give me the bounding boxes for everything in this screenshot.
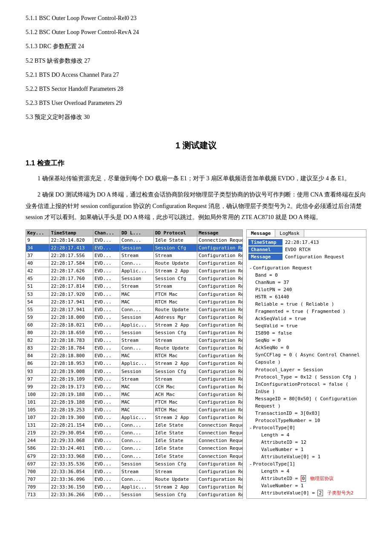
table-cell-1: 22:28:19.173 <box>49 383 93 390</box>
table-cell-5: Configuration Request <box>197 321 243 329</box>
tree-line: InConfigurationProtocol = false ( InUse … <box>249 381 363 395</box>
table-cell-5: Configuration Request <box>197 491 243 498</box>
col-header-key: Key... <box>26 229 49 236</box>
table-cell-0: 83 <box>26 344 49 352</box>
table-row[interactable]: 10122:28:19.188EVD...MACFTCH MacConfigur… <box>26 398 243 406</box>
tree-line: IS890 = false <box>249 330 363 337</box>
tab-message[interactable]: Message <box>247 230 275 237</box>
table-row[interactable]: 4222:28:17.626EVD...Applic...Stream 2 Ap… <box>26 267 243 275</box>
highlight-span: 2 <box>317 490 323 496</box>
table-row[interactable]: 4522:28:17.760EVD...SessionSession CfgCo… <box>26 275 243 283</box>
tree-expand-icon[interactable]: - <box>249 425 252 431</box>
toc-item-5: 5.2.1 BTS DO Access Channel Para 27 <box>26 69 366 80</box>
table-row[interactable]: 70022:33:36.054EVD...StreamStreamConfigu… <box>26 468 243 475</box>
table-row[interactable]: 69722:33:35.536EVD...SessionSession CfgC… <box>26 460 243 468</box>
table-cell-3: Applic... <box>120 360 154 367</box>
table-row[interactable]: 71322:33:36.266EVD...SessionSession CfgC… <box>26 491 243 498</box>
table-row[interactable]: 13122:28:21.154EVD...Conn...Idle StateCo… <box>26 422 243 429</box>
table-row[interactable]: 70722:33:36.096EVD...Conn...Route Update… <box>26 475 243 483</box>
table-row[interactable]: 21922:29:30.054EVD...Conn...Idle StateCo… <box>26 429 243 437</box>
table-cell-3: Conn... <box>120 422 154 429</box>
table-row[interactable]: 58622:33:24.401EVD...Conn...Idle StateCo… <box>26 445 243 452</box>
table-row[interactable]: 10022:28:19.188EVD...MACACH MacConfigura… <box>26 390 243 398</box>
table-cell-2: EVD... <box>93 352 120 360</box>
table-row[interactable]: 5522:28:17.941EVD...Conn...Route UpdateC… <box>26 306 243 313</box>
table-row[interactable]: 5422:28:17.941EVD...MACRTCH MacConfigura… <box>26 298 243 306</box>
channel-value: EVDO RTCH <box>282 246 313 253</box>
table-row[interactable]: 5122:28:17.814EVD...StreamStreamConfigur… <box>26 283 243 290</box>
tree-expand-icon[interactable]: - <box>249 461 252 467</box>
info-row-message: Message Configuration Request <box>248 254 364 260</box>
col-header-message: Message <box>197 229 243 236</box>
table-row[interactable]: 67922:33:33.968EVD...Conn...Idle StateCo… <box>26 452 243 460</box>
table-cell-0: 697 <box>26 460 49 468</box>
table-cell-3: Stream <box>120 337 154 344</box>
table-row[interactable]: 8622:28:18.953EVD...Applic...Stream 2 Ap… <box>26 360 243 367</box>
table-cell-3: Conn... <box>120 306 154 313</box>
table-cell-0: 100 <box>26 390 49 398</box>
table-row[interactable]: 8422:28:18.800EVD...MACRTCH MacConfigura… <box>26 352 243 360</box>
table-row[interactable]: 8322:28:18.784EVD...Conn...Route UpdateC… <box>26 344 243 352</box>
table-cell-3: Conn... <box>120 429 154 437</box>
table-row[interactable]: 8022:28:18.650EVD...SessionSession CfgCo… <box>26 329 243 337</box>
table-cell-4: Stream 2 App <box>153 414 197 422</box>
table-cell-5: Connection Request <box>197 437 243 445</box>
table-row[interactable]: 5922:28:18.000EVD...SessionAddress MgrCo… <box>26 313 243 321</box>
table-cell-0: 713 <box>26 491 49 498</box>
table-cell-5: Configuration Request <box>197 360 243 367</box>
table-row[interactable]: 3722:28:17.556EVD...StreamStreamConfigur… <box>26 252 243 260</box>
table-cell-0: 53 <box>26 290 49 298</box>
table-row[interactable]: 9922:28:19.173EVD...MACCCH MacConfigurat… <box>26 383 243 390</box>
table-cell-3: MAC <box>120 298 154 306</box>
table-cell-3: Conn... <box>120 452 154 460</box>
table-row[interactable]: 922:28:14.820EVD...Conn...Idle StateConn… <box>26 236 243 244</box>
table-cell-5: Configuration Request <box>197 306 243 313</box>
table-cell-4: Route Update <box>153 306 197 313</box>
table-cell-1: 22:28:17.814 <box>49 283 93 290</box>
table-row[interactable]: 10722:28:19.300EVD...Applic...Stream 2 A… <box>26 414 243 422</box>
table-cell-3: Conn... <box>120 260 154 267</box>
table-cell-5: Configuration Request <box>197 367 243 375</box>
table-cell-2: EVD... <box>93 390 120 398</box>
table-cell-4: Stream <box>153 337 197 344</box>
table-cell-1: 22:29:30.054 <box>49 429 93 437</box>
tab-logmask[interactable]: LogMask <box>275 230 304 237</box>
table-row[interactable]: 9722:28:19.109EVD...StreamStreamConfigur… <box>26 375 243 383</box>
table-row[interactable]: 8222:28:18.783EVD...StreamStreamConfigur… <box>26 337 243 344</box>
table-cell-0: 219 <box>26 429 49 437</box>
tree-line: Protocol_Type = 0x12 ( Session Cfg ) <box>249 373 363 381</box>
table-cell-3: Session <box>120 275 154 283</box>
table-cell-1: 22:28:17.941 <box>49 298 93 306</box>
table-row[interactable]: 5322:28:17.920EVD...MACFTCH MacConfigura… <box>26 290 243 298</box>
table-cell-3: MAC <box>120 406 154 413</box>
table-cell-5: Configuration Request <box>197 283 243 290</box>
table-row[interactable]: 9322:28:19.008EVD...SessionSession CfgCo… <box>26 367 243 375</box>
tree-line: TransactionID = 3[0x03] <box>249 410 363 417</box>
table-cell-5: Configuration Request <box>197 460 243 468</box>
table-cell-1: 22:28:17.941 <box>49 306 93 313</box>
table-cell-1: 22:28:17.760 <box>49 275 93 283</box>
table-cell-5: Configuration Request <box>197 398 243 406</box>
table-row[interactable]: 4022:28:17.584EVD...Conn...Route UpdateC… <box>26 260 243 267</box>
table-cell-3: Stream <box>120 252 154 260</box>
table-row[interactable]: 6022:28:18.021EVD...Applic...Stream 2 Ap… <box>26 321 243 329</box>
table-cell-5: Configuration Request <box>197 344 243 352</box>
table-cell-1: 22:28:18.953 <box>49 360 93 367</box>
table-row[interactable]: 3422:28:17.413EVD...SessionSession CfgCo… <box>26 244 243 251</box>
tree-expand-icon[interactable]: - <box>249 265 252 271</box>
table-cell-4: Idle State <box>153 429 197 437</box>
table-row[interactable]: 10522:28:19.253EVD...MACRTCH MacConfigur… <box>26 406 243 413</box>
table-cell-3: Conn... <box>120 344 154 352</box>
tree-line: ProtocolTypeNumber = 10 <box>249 417 363 424</box>
table-cell-0: 80 <box>26 329 49 337</box>
tree-line: AttributeValue[0] = 1 <box>249 453 363 460</box>
table-cell-1: 22:28:18.784 <box>49 344 93 352</box>
table-row[interactable]: 24422:29:33.068EVD...Conn...Idle StateCo… <box>26 437 243 445</box>
highlight-span: 0 <box>301 475 306 482</box>
tree-line: Protocol_Layer = Session <box>249 366 363 373</box>
tree-line: -ProtocolType[1] <box>249 460 363 468</box>
table-row[interactable]: 70922:33:36.150EVD...Applic...Stream 2 A… <box>26 483 243 491</box>
table-cell-3: Stream <box>120 283 154 290</box>
table-cell-0: 700 <box>26 468 49 475</box>
tree-line: Band = 0 <box>249 272 363 279</box>
